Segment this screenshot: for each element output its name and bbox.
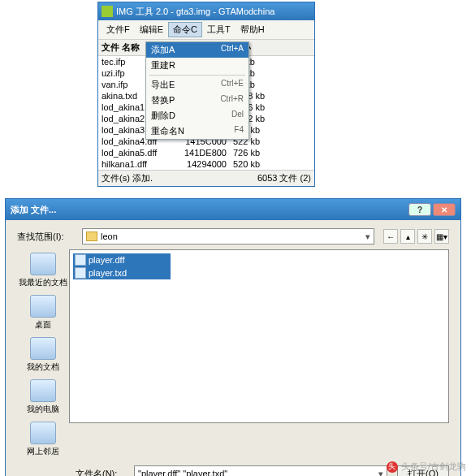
menu-item[interactable]: 文件F — [102, 22, 135, 37]
file-list-view[interactable]: player.dffplayer.txd — [69, 249, 449, 423]
chevron-down-icon: ▾ — [378, 469, 383, 477]
table-row[interactable]: lod_akina5.dff141DE800726 kb — [98, 147, 314, 158]
places-item[interactable]: 网上邻居 — [19, 422, 67, 457]
menu-item[interactable]: 导出ECtrl+E — [146, 77, 248, 93]
img-tool-window: IMG 工具 2.0 - gta3.img - GTAModchina 文件F编… — [97, 2, 315, 187]
look-in-label: 查找范围(I): — [17, 231, 82, 243]
status-left: 文件(s) 添加. — [102, 172, 257, 184]
menu-item[interactable]: 删除DDel — [146, 108, 248, 123]
filename-label: 文件名(N): — [76, 468, 134, 477]
menu-item[interactable]: 替换PCtrl+R — [146, 93, 248, 108]
places-item[interactable]: 我最近的文档 — [19, 253, 67, 288]
app-icon — [102, 6, 113, 17]
places-item[interactable]: 桌面 — [19, 295, 67, 331]
menu-item[interactable]: 帮助H — [236, 22, 270, 37]
up-folder-icon[interactable]: ▴ — [400, 229, 415, 244]
dialog-title-bar[interactable]: 添加 文件... ? ✕ — [6, 199, 460, 220]
close-button[interactable]: ✕ — [433, 203, 456, 216]
dialog-title: 添加 文件... — [11, 204, 56, 216]
folder-icon — [86, 232, 97, 241]
status-bar: 文件(s) 添加. 6053 文件 (2) — [98, 170, 314, 186]
view-menu-icon[interactable]: ▦▾ — [434, 229, 449, 244]
title-bar[interactable]: IMG 工具 2.0 - gta3.img - GTAModchina — [98, 2, 314, 20]
back-icon[interactable]: ← — [383, 229, 398, 244]
status-right: 6053 文件 (2) — [257, 172, 311, 184]
table-row[interactable]: hilkana1.dff14294000520 kb — [98, 158, 314, 170]
places-bar: 我最近的文档桌面我的文档我的电脑网上邻居 — [17, 249, 69, 457]
menu-item[interactable]: 重建R — [146, 58, 248, 73]
menu-item[interactable]: 命令C — [168, 22, 202, 37]
current-folder: leon — [101, 232, 118, 241]
places-item[interactable]: 我的电脑 — [19, 379, 67, 415]
watermark-icon: 头 — [387, 461, 398, 473]
help-button[interactable]: ? — [408, 203, 431, 216]
command-menu-dropdown: 添加ACtrl+A重建R导出ECtrl+E替换PCtrl+R删除DDel重命名N… — [145, 41, 249, 140]
chevron-down-icon: ▾ — [365, 232, 370, 242]
menu-item[interactable]: 编辑E — [135, 22, 168, 37]
menu-bar: 文件F编辑E命令C工具T帮助H — [98, 20, 314, 40]
add-file-dialog: 添加 文件... ? ✕ 查找范围(I): leon ▾ ← ▴ ✳ ▦▾ 我最… — [5, 198, 461, 476]
new-folder-icon[interactable]: ✳ — [417, 229, 432, 244]
menu-item[interactable]: 工具T — [202, 22, 236, 37]
list-item[interactable]: player.txd — [73, 266, 171, 279]
watermark: 头 头条号/古剑龙驹 — [387, 461, 466, 473]
places-item[interactable]: 我的文档 — [19, 337, 67, 373]
look-in-combo[interactable]: leon ▾ — [82, 228, 374, 244]
window-title: IMG 工具 2.0 - gta3.img - GTAModchina — [116, 6, 274, 18]
menu-item[interactable]: 重命名NF4 — [146, 123, 248, 139]
menu-item[interactable]: 添加ACtrl+A — [146, 42, 248, 58]
file-list[interactable]: 添加ACtrl+A重建R导出ECtrl+E替换PCtrl+R删除DDel重命名N… — [98, 56, 314, 170]
filename-input[interactable]: "player.dff" "player.txd" ▾ — [134, 465, 387, 476]
list-item[interactable]: player.dff — [73, 253, 171, 266]
